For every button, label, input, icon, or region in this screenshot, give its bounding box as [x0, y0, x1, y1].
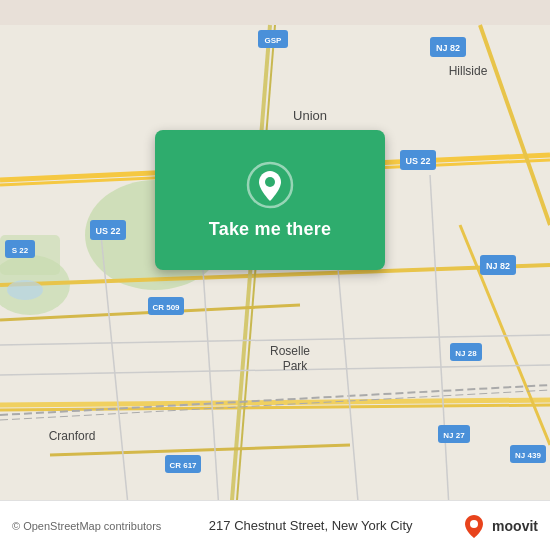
- svg-text:CR 509: CR 509: [152, 303, 180, 312]
- moovit-logo: moovit: [460, 512, 538, 540]
- svg-text:NJ 439: NJ 439: [515, 451, 541, 460]
- svg-text:Hillside: Hillside: [449, 64, 488, 78]
- svg-text:Roselle: Roselle: [270, 344, 310, 358]
- svg-text:NJ 27: NJ 27: [443, 431, 465, 440]
- svg-text:NJ 82: NJ 82: [436, 43, 460, 53]
- svg-text:S 22: S 22: [12, 246, 29, 255]
- take-me-there-card[interactable]: Take me there: [155, 130, 385, 270]
- svg-text:Union: Union: [293, 108, 327, 123]
- svg-text:US 22: US 22: [95, 226, 120, 236]
- svg-text:NJ 82: NJ 82: [486, 261, 510, 271]
- moovit-brand-text: moovit: [492, 518, 538, 534]
- osm-credit: © OpenStreetMap contributors: [12, 520, 161, 532]
- map-background: NJ 82 NJ 82 US 22 US 22 S 22 GSP CR 509 …: [0, 0, 550, 550]
- svg-text:CR 617: CR 617: [169, 461, 197, 470]
- svg-point-52: [265, 177, 275, 187]
- moovit-brand-icon: [460, 512, 488, 540]
- address-label: 217 Chestnut Street, New York City: [161, 518, 460, 533]
- svg-point-53: [470, 520, 478, 528]
- take-me-there-button[interactable]: Take me there: [209, 219, 331, 240]
- location-pin-icon: [246, 161, 294, 209]
- svg-point-50: [7, 280, 43, 300]
- map-container: NJ 82 NJ 82 US 22 US 22 S 22 GSP CR 509 …: [0, 0, 550, 550]
- svg-text:GSP: GSP: [265, 36, 283, 45]
- svg-text:US 22: US 22: [405, 156, 430, 166]
- svg-text:Cranford: Cranford: [49, 429, 96, 443]
- svg-text:Park: Park: [283, 359, 309, 373]
- bottom-bar: © OpenStreetMap contributors 217 Chestnu…: [0, 500, 550, 550]
- svg-text:NJ 28: NJ 28: [455, 349, 477, 358]
